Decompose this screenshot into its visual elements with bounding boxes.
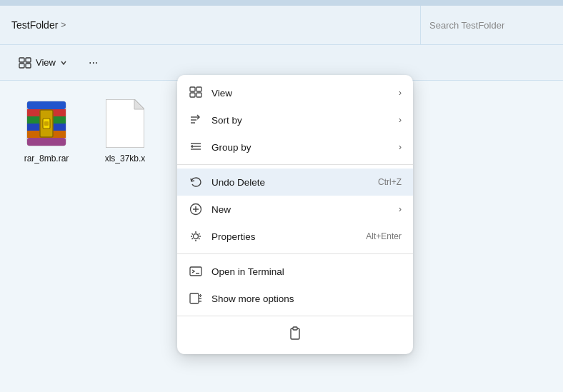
menu-item-sortby[interactable]: Sort by ›: [177, 106, 413, 134]
menu-item-undodelete[interactable]: Undo Delete Ctrl+Z: [177, 169, 413, 196]
more-options-button[interactable]: ···: [83, 53, 104, 73]
svg-rect-31: [190, 267, 201, 276]
svg-rect-13: [44, 121, 49, 126]
menu-divider-1: [177, 164, 413, 165]
svg-point-30: [194, 234, 199, 239]
menu-divider-3: [177, 316, 413, 316]
rar-file-label: rar_8mb.rar: [24, 154, 69, 164]
menu-item-groupby[interactable]: Group by ›: [177, 134, 413, 161]
properties-menu-label: Properties: [211, 231, 357, 242]
svg-marker-15: [134, 99, 144, 109]
breadcrumb: TestFolder >: [11, 19, 66, 31]
svg-rect-35: [293, 327, 297, 330]
breadcrumb-folder[interactable]: TestFolder: [11, 19, 58, 31]
view-icon: [19, 56, 31, 69]
svg-rect-10: [27, 138, 66, 146]
sortby-menu-label: Sort by: [211, 115, 390, 126]
groupby-menu-label: Group by: [211, 142, 390, 153]
list-item[interactable]: xls_37kb.x: [93, 98, 157, 164]
properties-menu-icon: [189, 229, 203, 243]
view-menu-label: View: [211, 88, 390, 99]
svg-rect-19: [196, 93, 201, 97]
new-menu-arrow: ›: [399, 204, 402, 214]
context-menu: View › Sort by › Group by ›: [177, 75, 413, 354]
svg-rect-17: [196, 87, 201, 91]
xls-icon-svg: [106, 99, 144, 148]
menu-item-showmore[interactable]: Show more options: [177, 285, 413, 312]
menu-item-view[interactable]: View ›: [177, 79, 413, 106]
terminal-menu-icon: [189, 264, 203, 278]
rar-icon-svg: [24, 99, 69, 149]
address-bar: TestFolder > Search TestFolder: [0, 6, 563, 45]
group-menu-icon: [189, 140, 203, 154]
menu-item-new[interactable]: New ›: [177, 196, 413, 223]
view-menu-icon: [189, 86, 203, 100]
groupby-menu-arrow: ›: [399, 142, 402, 152]
menu-item-paste[interactable]: [177, 320, 413, 350]
sort-menu-icon: [189, 113, 203, 127]
chrome-top-bar: [0, 0, 563, 6]
rar-file-icon: [21, 98, 72, 149]
svg-rect-33: [190, 293, 199, 303]
view-chevron-icon: [60, 59, 67, 66]
svg-rect-3: [26, 64, 31, 68]
terminal-menu-label: Open in Terminal: [211, 266, 402, 277]
menu-item-terminal[interactable]: Open in Terminal: [177, 258, 413, 285]
more-dots: ···: [89, 56, 98, 69]
svg-rect-2: [19, 64, 24, 68]
undodelete-shortcut: Ctrl+Z: [378, 177, 402, 187]
menu-divider-2: [177, 253, 413, 254]
svg-rect-5: [27, 101, 66, 109]
svg-rect-0: [19, 58, 24, 62]
svg-rect-16: [190, 87, 195, 91]
view-label: View: [36, 57, 56, 68]
showmore-menu-label: Show more options: [211, 293, 402, 304]
svg-rect-18: [190, 93, 195, 97]
search-box[interactable]: Search TestFolder: [420, 6, 563, 44]
new-menu-label: New: [211, 204, 390, 215]
xls-file-icon: [99, 98, 151, 149]
xls-file-label: xls_37kb.x: [105, 154, 146, 164]
showmore-menu-icon: [189, 291, 203, 306]
undodelete-menu-label: Undo Delete: [211, 177, 369, 188]
menu-item-properties[interactable]: Properties Alt+Enter: [177, 223, 413, 250]
svg-rect-1: [26, 58, 31, 62]
breadcrumb-chevron: >: [61, 20, 66, 30]
view-menu-arrow: ›: [399, 88, 402, 98]
properties-shortcut: Alt+Enter: [366, 231, 402, 241]
search-label: Search TestFolder: [429, 20, 504, 31]
sortby-menu-arrow: ›: [399, 115, 402, 125]
view-button[interactable]: View: [11, 53, 74, 73]
new-menu-icon: [189, 202, 203, 216]
list-item[interactable]: rar_8mb.rar: [14, 98, 79, 164]
paste-menu-icon: [287, 326, 303, 344]
undo-menu-icon: [189, 175, 203, 189]
